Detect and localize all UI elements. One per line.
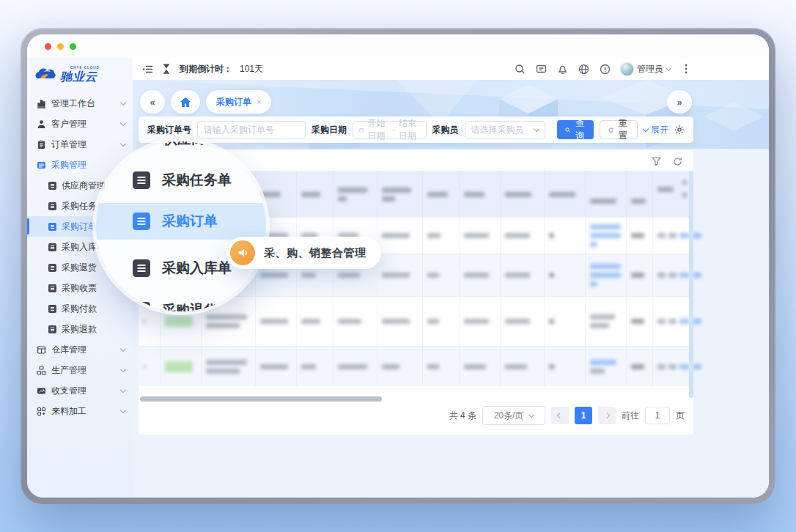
magnifier-lens: 供应商管理 采购任务单 采购订单 采购入库单 采购退货 <box>96 141 266 311</box>
close-tab-icon[interactable]: × <box>257 97 261 106</box>
blur-bar <box>427 319 439 324</box>
feature-callout: 采、购、销整合管理 <box>226 237 381 269</box>
tab-purchase-orders[interactable]: 采购订单 × <box>206 90 271 114</box>
globe-icon[interactable] <box>578 63 589 75</box>
sidebar-item-production[interactable]: 生产管理 <box>27 360 133 380</box>
expand-filters-link[interactable]: 展开 <box>644 124 668 136</box>
buyer-label: 采购员 <box>432 124 459 136</box>
blurred-action-link[interactable] <box>693 273 701 278</box>
sidebar-item-label: 采购收票 <box>62 282 125 295</box>
cell <box>586 254 627 296</box>
current-page-button[interactable]: 1 <box>575 407 592 424</box>
bell-icon[interactable] <box>556 63 568 75</box>
refresh-table-icon[interactable] <box>671 155 683 167</box>
cell <box>653 347 693 386</box>
blur-bar <box>427 233 441 238</box>
blur-bar <box>338 273 360 278</box>
blur-bar <box>590 273 621 278</box>
page-size-select[interactable]: 20条/页 <box>482 406 545 425</box>
blur-bar <box>382 196 395 202</box>
blurred-action-link[interactable] <box>679 364 690 369</box>
cell <box>653 297 693 346</box>
kebab-menu-icon[interactable] <box>680 63 692 75</box>
prev-page-button[interactable] <box>551 407 569 424</box>
goto-page-input[interactable] <box>645 407 670 424</box>
sidebar-item-purchase-payments[interactable]: 采购付款 <box>27 298 133 319</box>
maximize-window-button[interactable] <box>70 43 76 50</box>
home-tab-button[interactable] <box>171 90 200 114</box>
sidebar-item-label: 采购管理 <box>51 159 125 171</box>
logo: CHYE CLOUD 驰业云 <box>27 58 133 92</box>
blurred-action-link[interactable] <box>693 319 701 324</box>
blurred-action-link[interactable] <box>693 364 701 369</box>
date-range-input[interactable]: 开始日期 - 结束日期 <box>353 121 427 138</box>
next-page-button[interactable] <box>598 407 616 424</box>
chevron-left-icon <box>557 413 563 418</box>
sidebar-item-warehouse[interactable]: 仓库管理 <box>27 339 133 360</box>
close-window-button[interactable] <box>45 43 51 50</box>
blur-bar <box>338 188 367 193</box>
search-button[interactable]: 查询 <box>557 120 594 139</box>
magnified-item-purchase-tasks[interactable]: 采购任务单 <box>96 163 266 197</box>
hourglass-icon <box>161 63 172 75</box>
filter-settings-gear-icon[interactable] <box>674 124 685 136</box>
cell <box>586 297 627 346</box>
cell <box>377 254 423 296</box>
buyer-select[interactable]: 请选择采购员 <box>465 121 545 138</box>
collapse-sidebar-icon[interactable] <box>141 63 153 75</box>
cell <box>501 254 545 296</box>
blur-bar <box>505 364 527 369</box>
cell <box>377 347 423 386</box>
blur-bar <box>427 192 448 197</box>
blurred-action-link[interactable] <box>679 233 690 238</box>
blur-bar <box>464 233 489 238</box>
blur-bar <box>206 323 240 328</box>
blur-bar <box>590 369 605 374</box>
cell <box>545 254 586 296</box>
message-icon[interactable] <box>535 63 547 75</box>
chevron-down-icon <box>534 125 539 131</box>
blur-bar <box>260 192 281 197</box>
blur-bar <box>206 369 240 374</box>
list-icon <box>48 325 56 333</box>
device-frame: CHYE CLOUD 驰业云 管理工作台 客户管理 <box>21 28 775 504</box>
sidebar-item-finance[interactable]: 收支管理 <box>27 380 133 401</box>
blur-bar <box>631 364 644 369</box>
sidebar-item-purchase-refunds[interactable]: 采购退款 <box>27 319 133 339</box>
horizontal-scrollbar[interactable] <box>140 396 382 402</box>
blur-bar <box>631 273 644 278</box>
cell <box>586 218 627 254</box>
tabs-scroll-right-button[interactable]: » <box>667 90 692 114</box>
date-label: 采购日期 <box>312 124 347 136</box>
blurred-action-link[interactable] <box>693 233 701 238</box>
chevron-right-icon <box>604 413 610 418</box>
blurred-action-link[interactable] <box>679 273 690 278</box>
sidebar-item-dashboard[interactable]: 管理工作台 <box>27 93 133 114</box>
search-icon[interactable] <box>514 63 526 75</box>
sidebar-item-customers[interactable]: 客户管理 <box>27 114 133 134</box>
logo-text: CHYE CLOUD 驰业云 <box>60 67 100 83</box>
user-menu[interactable]: 管理员 <box>620 62 671 76</box>
filter-bar: 采购订单号 采购日期 开始日期 - 结束日期 采购员 请选择采购员 <box>139 117 693 143</box>
vertical-scrollbar[interactable] <box>689 171 693 398</box>
blur-bar <box>464 319 489 324</box>
sidebar-item-label: 来料加工 <box>51 405 116 418</box>
tabs-scroll-left-button[interactable]: « <box>140 90 165 114</box>
chevrons-left-icon: « <box>150 97 155 108</box>
info-icon[interactable] <box>599 63 611 75</box>
reset-button[interactable]: 重置 <box>600 120 638 139</box>
blur-bar <box>668 319 677 324</box>
sidebar-item-material-processing[interactable]: 来料加工 <box>27 401 133 421</box>
cell <box>545 218 586 254</box>
minimize-window-button[interactable] <box>57 43 64 50</box>
order-no-input[interactable] <box>197 121 306 138</box>
sidebar-item-orders[interactable]: 订单管理 <box>27 134 133 155</box>
header-cell <box>627 171 653 218</box>
buyer-placeholder: 请选择采购员 <box>471 124 524 136</box>
magnified-item-purchase-orders[interactable]: 采购订单 <box>96 203 266 240</box>
blur-bar <box>505 192 531 197</box>
filter-funnel-icon[interactable] <box>650 155 662 167</box>
blurred-action-link[interactable] <box>679 319 690 324</box>
chevrons-right-icon: » <box>677 97 682 108</box>
list-icon <box>48 284 56 292</box>
